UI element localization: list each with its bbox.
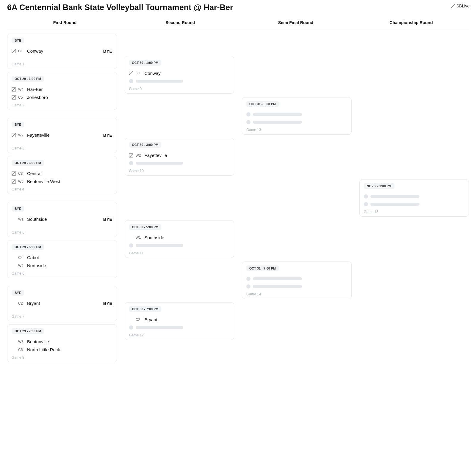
game-card[interactable]: BYE C1 Conway BYE Game 1 xyxy=(7,34,117,69)
game-card[interactable]: OCT 30 - 3:00 PM W2Fayetteville Game 10 xyxy=(125,138,234,176)
team-logo-icon xyxy=(12,49,16,53)
tbd-team xyxy=(370,195,419,198)
col-championship: NOV 2 - 1:00 PM Game 15 xyxy=(359,34,469,362)
tbd-team xyxy=(253,121,302,124)
game-number: Game 2 xyxy=(12,103,112,107)
round-first: First Round xyxy=(7,16,123,29)
broken-image-icon xyxy=(451,4,455,8)
tbd-team xyxy=(136,80,183,83)
game-card[interactable]: OCT 29 - 1:00 PM W4Har-Ber C5Jonesboro G… xyxy=(7,72,117,110)
team-logo-icon xyxy=(12,87,16,92)
game-card[interactable]: OCT 29 - 3:00 PM C3Central W6Bentonville… xyxy=(7,156,117,194)
rounds-header: First Round Second Round Semi Final Roun… xyxy=(7,16,469,29)
game-card[interactable]: BYE W1SouthsideBYE Game 5 xyxy=(7,202,117,237)
game-number: Game 1 xyxy=(12,62,112,66)
team-logo-icon xyxy=(12,95,16,100)
game-card[interactable]: OCT 31 - 5:00 PM Game 13 xyxy=(242,97,352,135)
game-card[interactable]: BYE C2BryantBYE Game 7 xyxy=(7,286,117,321)
col-semi-final: OCT 31 - 5:00 PM Game 13 OCT 31 - 7:00 P… xyxy=(242,34,352,362)
date-badge: BYE xyxy=(12,37,24,43)
game-card[interactable]: OCT 31 - 7:00 PM Game 14 xyxy=(242,262,352,299)
game-card[interactable]: BYE W2FayettevilleBYE Game 3 xyxy=(7,118,117,153)
team-row: C1 Conway BYE xyxy=(12,47,112,55)
team-name: Conway xyxy=(27,48,101,53)
tbd-team xyxy=(370,203,419,206)
round-final: Championship Round xyxy=(353,16,469,29)
game-card[interactable]: OCT 30 - 5:00 PM W1Southside Game 11 xyxy=(125,220,234,258)
game-card[interactable]: OCT 30 - 1:00 PM C1Conway Game 9 xyxy=(125,56,234,94)
game-card[interactable]: OCT 29 - 7:00 PM W3Bentonville C6North L… xyxy=(7,324,117,362)
game-card[interactable]: NOV 2 - 1:00 PM Game 15 xyxy=(359,179,469,217)
game-card[interactable]: OCT 30 - 7:00 PM C2Bryant Game 12 xyxy=(125,302,234,340)
col-second-round: OCT 30 - 1:00 PM C1Conway Game 9 OCT 30 … xyxy=(125,34,234,362)
page-title: 6A Centennial Bank State Volleyball Tour… xyxy=(7,3,233,12)
seed: C1 xyxy=(18,49,25,53)
score: BYE xyxy=(103,48,112,53)
game-card[interactable]: OCT 29 - 5:00 PM C4Cabot W5Northside Gam… xyxy=(7,240,117,278)
round-second: Second Round xyxy=(123,16,238,29)
round-semi: Semi Final Round xyxy=(238,16,353,29)
tbd-team xyxy=(253,113,302,116)
date-badge: OCT 29 - 1:00 PM xyxy=(12,76,44,82)
placeholder-dot xyxy=(129,79,133,83)
sblive-logo: SBLive xyxy=(451,3,469,9)
col-first-round: BYE C1 Conway BYE Game 1 OCT 29 - 1:00 P… xyxy=(7,34,117,362)
bracket: BYE C1 Conway BYE Game 1 OCT 29 - 1:00 P… xyxy=(7,29,469,362)
